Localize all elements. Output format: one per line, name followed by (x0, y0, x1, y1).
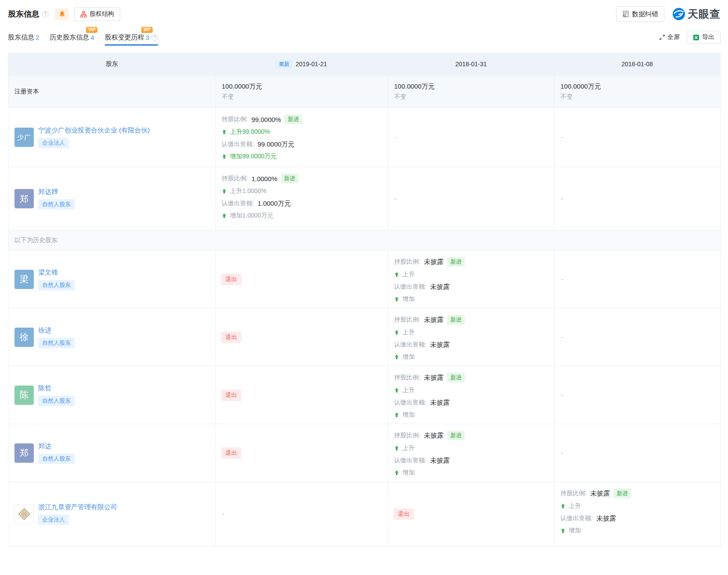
shareholder-name-link[interactable]: 陈哲 (38, 384, 51, 393)
arrow-up-icon (394, 330, 399, 335)
subscribe-bell-button[interactable] (55, 8, 69, 20)
col-header-date-2: 2018-01-31 (388, 53, 554, 75)
ratio-label: 持股比例: (394, 258, 420, 266)
arrow-up-icon (394, 272, 399, 277)
capital-amount: 100.0000万元 (394, 82, 554, 91)
rise-text: 上升 (402, 329, 415, 336)
change-cell: 持股比例:未披露新进 上升 认缴出资额:未披露 增加 (554, 482, 720, 546)
shareholder-name-link[interactable]: 徐进 (38, 326, 51, 335)
shareholder-name-link[interactable]: 郑达韡 (38, 188, 58, 196)
data-correction-label: 数据纠错 (632, 10, 658, 18)
shareholder-name-link[interactable]: 梁文锋 (38, 268, 58, 277)
empty-cell: - (554, 108, 720, 167)
shareholder-cell: 陈 陈哲 自然人股东 (8, 366, 215, 424)
data-correction-button[interactable]: 数据纠错 (616, 6, 664, 22)
tab-count: 4 (90, 34, 94, 41)
new-entry-badge: 新进 (284, 114, 302, 124)
export-button[interactable]: 导出 (687, 31, 721, 44)
table-row: 梁 梁文锋 自然人股东 退出 持股比例:未披露新进 上升 认缴出资额:未披露 增… (8, 250, 720, 308)
tab-history-shareholder-info[interactable]: 历史股东信息 4 VIP (50, 33, 94, 46)
ratio-value: 未披露 (424, 258, 444, 266)
capital-cell: 100.0000万元 不变 (388, 75, 554, 107)
company-logo (14, 504, 34, 524)
shareholder-type-tag: 企业法人 (38, 138, 69, 148)
rise-text: 上升 (402, 444, 415, 452)
shareholder-name-link[interactable]: 浙江九章资产管理有限公司 (38, 503, 117, 511)
shareholder-cell: 浙江九章资产管理有限公司 企业法人 (8, 482, 215, 546)
col-header-shareholder: 股东 (8, 53, 215, 75)
table-row: 徐 徐进 自然人股东 退出 持股比例:未披露新进 上升 认缴出资额:未披露 增加… (8, 308, 720, 366)
empty-cell: - (388, 167, 554, 230)
ratio-label: 持股比例: (222, 175, 248, 182)
empty-cell: - (388, 108, 554, 167)
page-title: 股东信息 (8, 9, 39, 19)
tab-label: 历史股东信息 (50, 33, 89, 42)
amount-label: 认缴出资额: (222, 200, 254, 207)
registered-capital-label: 注册资本 (8, 75, 215, 107)
avatar: 梁 (14, 270, 34, 289)
exit-cell: 退出 (388, 482, 554, 546)
equity-structure-label: 股权结构 (90, 10, 114, 18)
tab-shareholder-info[interactable]: 股东信息 2 (8, 33, 39, 46)
ratio-value: 未披露 (424, 432, 444, 440)
add-text: 增加 (402, 295, 415, 303)
tianyancha-logo-icon (672, 7, 685, 21)
ratio-label: 持股比例: (394, 316, 420, 324)
change-cell: 持股比例:未披露新进 上升 认缴出资额:未披露 增加 (388, 308, 554, 366)
capital-cell: 100.0000万元 不变 (554, 75, 720, 107)
ratio-value: 未披露 (424, 374, 444, 382)
tab-help-icon[interactable] (151, 34, 158, 41)
shareholder-type-tag: 自然人股东 (38, 199, 75, 210)
shareholder-cell: 少广 宁波少广创业投资合伙企业 (有限合伙) 企业法人 (8, 108, 215, 167)
avatar: 陈 (14, 386, 34, 405)
exit-badge: 退出 (394, 508, 414, 520)
ratio-value: 未披露 (424, 316, 444, 324)
capital-change: 不变 (560, 93, 720, 101)
amount-value: 未披露 (596, 514, 616, 523)
exit-badge: 退出 (221, 447, 241, 459)
topbar: 股东信息 股权结构 数据纠错 (8, 5, 721, 23)
new-entry-badge: 新进 (281, 174, 298, 183)
equity-structure-button[interactable]: 股权结构 (74, 7, 120, 21)
new-entry-badge: 新进 (447, 257, 465, 267)
vip-badge: VIP (86, 27, 97, 33)
table-row: 郑 郑达 自然人股东 退出 持股比例:未披露新进 上升 认缴出资额:未披露 增加… (8, 424, 720, 482)
shareholder-name-link[interactable]: 宁波少广创业投资合伙企业 (有限合伙) (38, 126, 150, 135)
excel-icon (693, 34, 699, 41)
empty-cell: - (215, 482, 388, 546)
new-entry-badge: 新进 (613, 489, 631, 498)
table-row: 浙江九章资产管理有限公司 企业法人 - 退出 持股比例:未披露新进 上升 认缴出… (8, 482, 720, 546)
latest-badge: 最新 (276, 60, 292, 69)
rise-text: 上升99.0000% (230, 128, 270, 136)
arrow-up-icon (394, 296, 399, 302)
capital-amount: 100.0000万元 (560, 82, 720, 91)
shareholder-cell: 郑 郑达 自然人股东 (8, 424, 215, 482)
table-row: 陈 陈哲 自然人股东 退出 持股比例:未披露新进 上升 认缴出资额:未披露 增加… (8, 366, 720, 424)
tab-equity-change-history[interactable]: 股权变更历程 3 VIP (105, 33, 158, 46)
exit-cell: 退出 (215, 250, 388, 308)
rise-text: 上升1.0000% (230, 187, 266, 195)
ratio-label: 持股比例: (394, 374, 420, 382)
tab-label: 股权变更历程 (105, 33, 144, 42)
amount-value: 未披露 (430, 457, 450, 465)
shareholder-info-panel: 股东信息 股权结构 数据纠错 (0, 0, 728, 546)
fullscreen-button[interactable]: 全屏 (659, 33, 680, 41)
title-help-icon[interactable] (42, 11, 49, 18)
amount-label: 认缴出资额: (394, 283, 427, 291)
capital-cell: 100.0000万元 不变 (215, 75, 388, 107)
change-cell: 持股比例:1.0000%新进 上升1.0000% 认缴出资额:1.0000万元 … (215, 167, 388, 230)
fullscreen-icon (659, 34, 665, 40)
shareholder-name-link[interactable]: 郑达 (38, 442, 51, 450)
add-text: 增加99.0000万元 (230, 153, 277, 161)
shareholder-cell: 梁 梁文锋 自然人股东 (8, 250, 215, 308)
shareholder-type-tag: 自然人股东 (38, 396, 75, 406)
add-text: 增加 (569, 527, 581, 535)
exit-cell: 退出 (215, 424, 388, 482)
brand-name: 天眼查 (688, 7, 721, 21)
ratio-label: 持股比例: (560, 489, 587, 497)
avatar: 郑 (14, 189, 34, 208)
arrow-up-icon (222, 154, 227, 159)
amount-value: 未披露 (430, 399, 450, 407)
exit-badge: 退出 (221, 332, 241, 343)
empty-cell: - (554, 424, 720, 482)
